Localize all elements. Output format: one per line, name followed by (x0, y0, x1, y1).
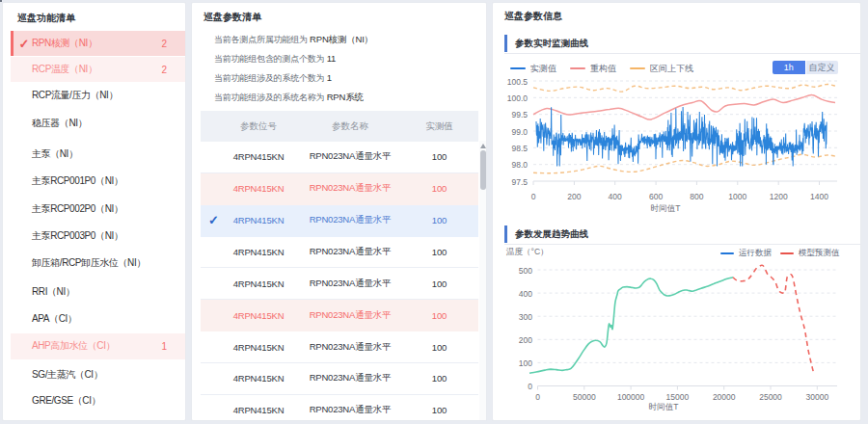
svg-text:0: 0 (528, 382, 532, 391)
svg-text:1200: 1200 (770, 192, 788, 201)
svg-text:1000: 1000 (728, 192, 746, 201)
svg-text:98.0: 98.0 (511, 160, 528, 170)
svg-text:800: 800 (690, 192, 703, 201)
svg-text:1400: 1400 (810, 192, 828, 201)
svg-text:15000: 15000 (666, 392, 690, 402)
svg-text:20000: 20000 (713, 392, 736, 402)
svg-text:30000: 30000 (805, 392, 828, 402)
svg-text:100.0: 100.0 (507, 93, 529, 103)
svg-text:98.5: 98.5 (511, 144, 528, 153)
svg-text:25000: 25000 (759, 392, 782, 402)
svg-text:200: 200 (519, 335, 532, 345)
svg-text:500: 500 (519, 266, 532, 276)
svg-text:400: 400 (519, 289, 532, 299)
svg-text:100000: 100000 (617, 392, 645, 402)
svg-text:0: 0 (535, 392, 540, 402)
svg-text:200: 200 (567, 192, 581, 201)
svg-text:50000: 50000 (573, 392, 596, 402)
svg-text:300: 300 (519, 312, 532, 322)
svg-text:100: 100 (519, 358, 532, 368)
svg-text:100.5: 100.5 (507, 77, 529, 87)
svg-text:99.5: 99.5 (511, 110, 528, 119)
svg-text:97.5: 97.5 (511, 177, 528, 187)
svg-text:时间值T: 时间值T (649, 402, 679, 411)
svg-text:400: 400 (609, 192, 622, 201)
svg-text:时间值T: 时间值T (651, 203, 681, 213)
svg-text:600: 600 (649, 192, 663, 201)
svg-text:0: 0 (531, 192, 536, 201)
svg-text:99.0: 99.0 (511, 127, 528, 137)
